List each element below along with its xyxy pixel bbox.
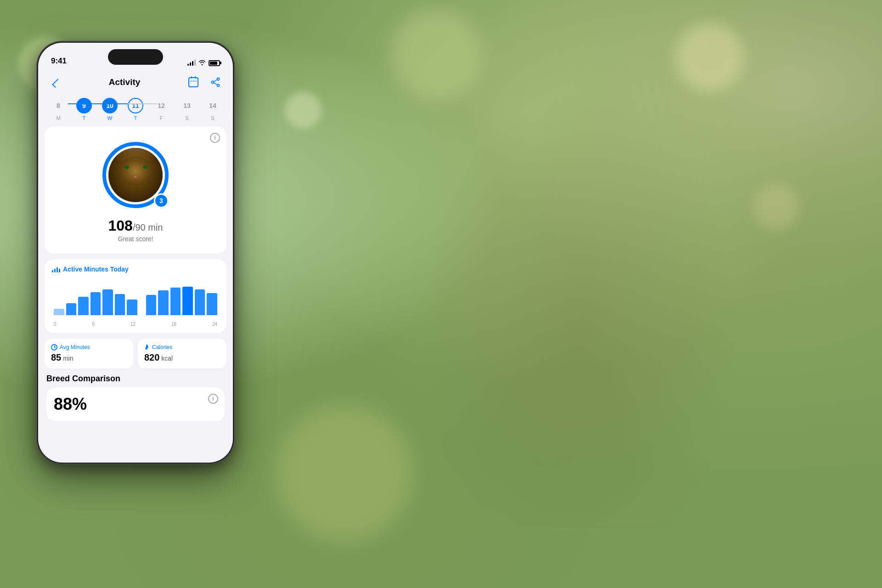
breed-percent-value: 88% [54,395,217,414]
day-item-m[interactable]: 8 M [51,98,66,121]
app-content: Activity [38,70,233,463]
day-num-9: 9 [76,98,92,113]
signal-icon [187,60,196,66]
day-label-s2: S [211,115,214,121]
chart-labels: 0 6 12 18 24 [52,322,219,327]
bar-2 [66,303,77,315]
scroll-content[interactable]: i [38,126,233,459]
week-strip: 8 M 9 T 10 [38,95,233,126]
day-item-t2[interactable]: 11 T [128,98,143,121]
share-button[interactable] [207,74,224,90]
page-title: Activity [109,77,141,87]
bar-11 [182,287,193,315]
day-item-s1[interactable]: 13 S [179,98,195,121]
status-icons [187,59,220,67]
chart-label-0: 0 [54,322,57,327]
score-info-button[interactable]: i [210,133,220,143]
bar-6 [115,294,125,315]
bar-1 [54,309,64,315]
svg-line-3 [214,79,217,82]
status-time: 9:41 [51,57,67,67]
svg-point-1 [211,81,214,84]
chart-label-6: 6 [92,322,95,327]
calories-card: Calories 820 kcal [138,339,226,368]
score-badge: 3 [154,193,169,208]
chart-label-18: 18 [171,322,176,327]
chart-bars [52,278,219,315]
phone-frame: 9:41 [37,41,234,464]
calories-header: Calories [144,344,220,351]
day-num-14: 14 [205,98,220,113]
day-label-f: F [160,115,163,121]
week-connector-svg [38,103,233,105]
svg-point-2 [217,85,219,87]
bar-13 [207,293,217,315]
phone-screen: 9:41 [38,43,233,463]
day-num-13: 13 [179,98,195,113]
chart-title-text: Active Minutes Today [63,266,129,273]
chart-card: Active Minutes Today [45,259,226,333]
app-header: Activity [38,70,233,95]
avg-minutes-value: 85 min [51,352,127,363]
day-label-m: M [56,115,60,121]
bokeh-2 [285,92,322,129]
breed-info-button[interactable]: i [208,394,218,404]
clock-icon [51,344,57,351]
back-chevron-icon [52,79,61,88]
chart-header: Active Minutes Today [52,266,219,273]
score-subtitle: Great score! [118,235,153,243]
bar-3 [78,297,89,315]
bar-9 [158,290,169,315]
chart-label-12: 12 [130,322,136,327]
activity-ring: 3 [99,138,172,212]
back-button[interactable] [47,74,64,90]
day-item-s2[interactable]: 14 S [205,98,220,121]
bar-12 [195,289,205,315]
day-label-t2: T [134,115,137,121]
svg-line-4 [214,83,217,85]
bokeh-5 [276,404,413,542]
wifi-icon [198,59,206,67]
avg-minutes-card: Avg Minutes 85 min [45,339,133,368]
day-label-w: W [107,115,112,121]
chart-area [52,278,219,320]
day-item-f[interactable]: 12 F [153,98,169,121]
pet-avatar [108,148,163,202]
calendar-icon [188,77,198,87]
calories-label: Calories [152,344,172,351]
day-num-10: 10 [102,98,118,113]
bar-5 [102,289,113,315]
bar-7 [127,300,137,315]
phone-mockup: 9:41 [37,41,234,464]
bar-4 [90,292,101,315]
day-num-8: 8 [51,98,66,113]
flame-icon [144,344,150,351]
pet-face [108,148,163,202]
bar-10 [170,288,181,315]
dynamic-island [108,49,163,65]
score-value: 108/90 min [108,217,163,234]
battery-icon [209,60,220,66]
bar-8 [146,295,157,315]
svg-point-0 [217,78,219,80]
day-label-s1: S [185,115,188,121]
breed-section: Breed Comparison i 88% [45,374,226,421]
calendar-button[interactable] [185,74,202,90]
avg-minutes-header: Avg Minutes [51,344,127,351]
score-display: 3 108/90 min Great score! [52,134,219,246]
cat-silhouette [423,46,767,528]
day-num-11: 11 [128,98,143,113]
day-label-t1: T [83,115,86,121]
header-actions [185,74,224,90]
score-card: i [45,126,226,254]
chart-icon [52,266,60,272]
day-num-12: 12 [153,98,169,113]
share-icon [211,77,220,87]
day-item-w[interactable]: 10 W [102,98,118,121]
chart-label-24: 24 [212,322,217,327]
avg-minutes-label: Avg Minutes [60,344,90,351]
stats-row: Avg Minutes 85 min Calories [45,339,226,368]
calories-value: 820 kcal [144,352,220,363]
day-item-t1[interactable]: 9 T [76,98,92,121]
breed-title: Breed Comparison [46,374,225,384]
